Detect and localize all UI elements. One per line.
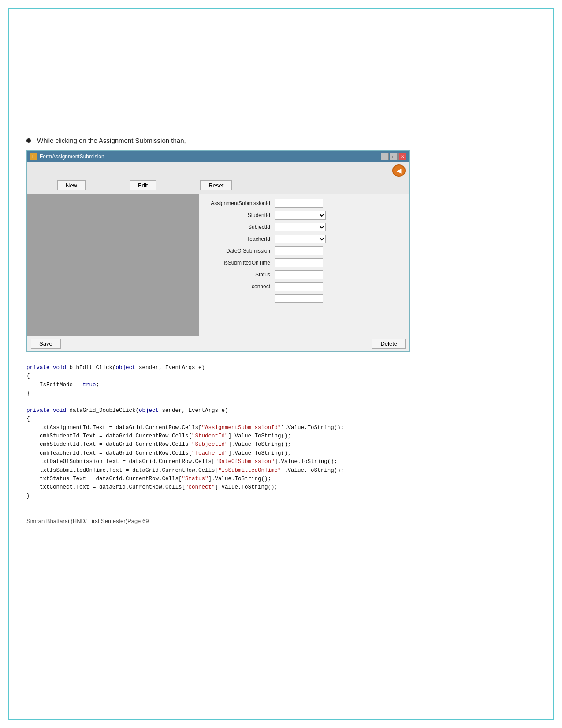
form-body: AssignmentSubmissionId StudentId Subject…	[27, 194, 409, 336]
minimize-button[interactable]: —	[381, 153, 389, 160]
input-assignment-id[interactable]	[275, 199, 323, 208]
datagrid-panel	[27, 194, 199, 336]
form-icon: F	[30, 153, 37, 160]
input-connect[interactable]	[275, 282, 323, 291]
page-footer: Simran Bhattarai (HND/ First Semester)Pa…	[26, 514, 536, 524]
field-row-date-of-submission: DateOfSubmission	[206, 246, 403, 255]
code-line-1: private void bthEdit_Click(object sender…	[26, 364, 536, 372]
footer-left: Save	[31, 339, 61, 349]
code-line-8: txtAssignmentId.Text = dataGrid.CurrentR…	[26, 424, 536, 432]
select-subject-id[interactable]	[275, 223, 326, 231]
code-line-6: private void dataGrid_DoubleClick(object…	[26, 407, 536, 415]
label-status: Status	[206, 272, 275, 278]
bullet-section: While clicking on the Assignment Submiss…	[26, 137, 536, 144]
code-line-13: txtIsSubmittedOnTime.Text = dataGrid.Cur…	[26, 467, 536, 475]
label-subject-id: SubjectId	[206, 224, 275, 230]
label-date-of-submission: DateOfSubmission	[206, 248, 275, 254]
reset-button[interactable]: Reset	[200, 180, 232, 190]
label-is-submitted-on-time: IsSubmittedOnTime	[206, 260, 275, 266]
fields-panel: AssignmentSubmissionId StudentId Subject…	[199, 194, 409, 336]
form-icon-label: F	[32, 154, 35, 159]
field-row-is-submitted-on-time: IsSubmittedOnTime	[206, 258, 403, 267]
restore-button[interactable]: □	[390, 153, 398, 160]
save-button[interactable]: Save	[31, 339, 61, 349]
select-teacher-id[interactable]	[275, 235, 326, 243]
field-row-connect: connect	[206, 282, 403, 291]
orange-nav-button[interactable]: ◀	[392, 164, 406, 177]
code-line-11: cmbTeacherId.Text = dataGrid.CurrentRow.…	[26, 449, 536, 458]
field-row-subject-id: SubjectId	[206, 223, 403, 231]
field-row-assignment-id: AssignmentSubmissionId	[206, 199, 403, 208]
field-row-status: Status	[206, 270, 403, 279]
code-line-3: IsEditMode = true;	[26, 381, 536, 389]
field-row-student-id: StudentId	[206, 211, 403, 220]
code-block: private void bthEdit_Click(object sender…	[26, 364, 536, 500]
input-date-of-submission[interactable]	[275, 246, 323, 255]
code-line-10: cmbStudentId.Text = dataGrid.CurrentRow.…	[26, 441, 536, 449]
orange-btn-icon: ◀	[397, 168, 401, 174]
code-line-2: {	[26, 372, 536, 381]
page-border: While clicking on the Assignment Submiss…	[8, 8, 554, 720]
code-line-5	[26, 398, 536, 407]
input-extra[interactable]	[275, 294, 323, 303]
win-toolbar: ◀ New Edit Reset	[27, 162, 409, 194]
input-is-submitted-on-time[interactable]	[275, 258, 323, 267]
win-titlebar: F FormAssignmentSubmision — □ ✕	[27, 151, 409, 162]
label-student-id: StudentId	[206, 212, 275, 218]
footer-text: Simran Bhattarai (HND/ First Semester)Pa…	[26, 518, 149, 524]
code-line-16: }	[26, 492, 536, 500]
bullet-text: While clicking on the Assignment Submiss…	[37, 137, 186, 144]
win-form-dialog: F FormAssignmentSubmision — □ ✕ ◀	[26, 150, 410, 352]
select-student-id[interactable]	[275, 211, 326, 220]
delete-button[interactable]: Delete	[372, 339, 406, 349]
code-line-14: txtStatus.Text = dataGrid.CurrentRow.Cel…	[26, 475, 536, 483]
win-controls: — □ ✕	[381, 153, 406, 160]
code-line-15: txtConnect.Text = dataGrid.CurrentRow.Ce…	[26, 483, 536, 492]
label-teacher-id: TeacherId	[206, 236, 275, 242]
win-titlebar-title: F FormAssignmentSubmision	[30, 153, 104, 160]
footer-right: Delete	[372, 339, 406, 349]
field-row-extra	[206, 294, 403, 303]
new-button[interactable]: New	[57, 180, 86, 190]
input-status[interactable]	[275, 270, 323, 279]
edit-button[interactable]: Edit	[130, 180, 156, 190]
label-assignment-id: AssignmentSubmissionId	[206, 200, 275, 206]
code-line-4: }	[26, 389, 536, 398]
win-title-text: FormAssignmentSubmision	[40, 153, 104, 160]
code-line-9: cmbStudentId.Text = dataGrid.CurrentRow.…	[26, 432, 536, 441]
form-footer: Save Delete	[27, 336, 409, 351]
bullet-icon	[26, 138, 31, 143]
code-line-12: txtDateOfSubmission.Text = dataGrid.Curr…	[26, 458, 536, 466]
close-button[interactable]: ✕	[398, 153, 406, 160]
field-row-teacher-id: TeacherId	[206, 235, 403, 243]
code-line-7: {	[26, 415, 536, 423]
label-connect: connect	[206, 284, 275, 290]
